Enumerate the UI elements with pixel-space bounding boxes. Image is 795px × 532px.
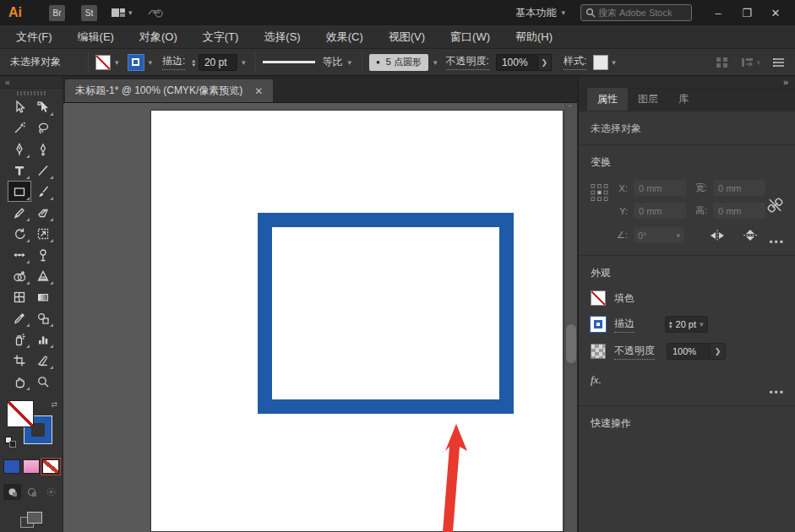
chevron-down-icon[interactable]: ▾: [347, 58, 351, 67]
opacity-more-button[interactable]: ❯: [538, 54, 552, 71]
bridge-icon[interactable]: Br: [49, 5, 65, 21]
shaper-tool[interactable]: [8, 202, 31, 223]
graph-tool[interactable]: [31, 328, 55, 350]
draw-inside-button[interactable]: [42, 484, 60, 500]
type-tool[interactable]: [8, 160, 31, 181]
scale-tool[interactable]: [31, 223, 55, 244]
chevron-down-icon[interactable]: ▾: [242, 58, 246, 67]
menu-item-2[interactable]: 对象(O): [127, 25, 190, 48]
change-screen-mode-button[interactable]: [20, 512, 42, 529]
effects-button[interactable]: fx.: [591, 373, 602, 387]
opacity-value-field[interactable]: 100%: [496, 54, 538, 71]
gpu-performance-icon[interactable]: [146, 6, 163, 19]
none-button[interactable]: [42, 459, 59, 474]
close-tab-icon[interactable]: ✕: [254, 85, 263, 97]
stroke-weight-stepper[interactable]: ▴▾: [669, 320, 672, 328]
stroke-panel-link[interactable]: 描边:: [162, 54, 185, 70]
width-tool[interactable]: [8, 244, 31, 265]
graphic-style-swatch[interactable]: [593, 55, 608, 70]
color-button[interactable]: [3, 459, 20, 474]
flip-vertical-icon[interactable]: [743, 229, 757, 242]
menu-item-6[interactable]: 视图(V): [376, 25, 438, 48]
artboard-tool[interactable]: [8, 350, 31, 371]
stroke-color-swatch[interactable]: [128, 54, 144, 71]
perspective-grid-tool[interactable]: [31, 265, 55, 286]
maximize-button[interactable]: ❐: [732, 3, 761, 23]
eraser-tool[interactable]: [31, 202, 55, 223]
opacity-panel-link[interactable]: 不透明度:: [446, 54, 489, 70]
curvature-tool[interactable]: [31, 138, 55, 160]
appearance-more-options[interactable]: •••: [769, 387, 785, 399]
stroke-swatch[interactable]: [591, 317, 606, 332]
menu-item-0[interactable]: 文件(F): [3, 25, 65, 48]
x-field[interactable]: 0 mm: [634, 180, 686, 196]
gradient-tool[interactable]: [31, 286, 55, 307]
width-field[interactable]: 0 mm: [713, 180, 765, 196]
align-icon[interactable]: [716, 57, 729, 68]
hand-tool[interactable]: [8, 371, 31, 392]
swap-fill-stroke-icon[interactable]: ⇄: [51, 400, 57, 409]
menu-icon[interactable]: [772, 57, 785, 68]
draw-normal-button[interactable]: [3, 484, 21, 500]
selection-tool[interactable]: [8, 96, 31, 117]
rotate-tool[interactable]: [8, 223, 31, 244]
chevron-down-icon[interactable]: ▾: [115, 58, 119, 67]
chevron-down-icon[interactable]: ▾: [612, 58, 616, 67]
scroll-up-icon[interactable]: ⌃: [567, 104, 574, 112]
chevron-down-icon[interactable]: ▾: [700, 320, 704, 328]
collapse-panels-icon[interactable]: »: [783, 77, 788, 87]
y-field[interactable]: 0 mm: [634, 203, 686, 219]
opacity-swatch[interactable]: [591, 344, 606, 359]
gradient-button[interactable]: [23, 459, 40, 474]
blue-rectangle-shape[interactable]: [258, 213, 514, 414]
stroke-weight-value[interactable]: 20 pt: [199, 54, 237, 71]
transform-more-options[interactable]: •••: [769, 236, 785, 248]
slice-tool[interactable]: [31, 350, 55, 371]
style-panel-link[interactable]: 样式:: [564, 54, 586, 70]
puppet-warp-tool[interactable]: [31, 244, 55, 265]
symbol-tool[interactable]: [31, 307, 55, 328]
minimize-button[interactable]: –: [704, 3, 732, 23]
stroke-weight-control[interactable]: ▴▾ 20 pt ▾: [665, 316, 708, 333]
flip-horizontal-icon[interactable]: [710, 230, 725, 242]
menu-item-5[interactable]: 效果(C): [313, 25, 376, 48]
zoom-tool[interactable]: [31, 371, 55, 392]
opacity-value-field[interactable]: 100%: [667, 343, 711, 360]
opacity-more-button[interactable]: ❯: [711, 343, 726, 360]
vertical-scrollbar[interactable]: ⌃: [564, 103, 577, 532]
angle-dropdown[interactable]: 0° ▾: [634, 227, 684, 243]
document-tab[interactable]: 未标题-1* @ 100% (CMYK/像素预览) ✕: [65, 79, 273, 102]
tab-图层[interactable]: 图层: [628, 88, 668, 111]
direct-selection-tool[interactable]: [31, 96, 55, 117]
menu-item-4[interactable]: 选择(S): [251, 25, 313, 48]
menu-item-7[interactable]: 窗口(W): [438, 25, 503, 48]
panel-grip[interactable]: [17, 91, 46, 95]
stroke-weight-stepper[interactable]: ▴▾: [192, 58, 195, 67]
height-field[interactable]: 0 mm: [713, 203, 765, 219]
collapse-panel-icon[interactable]: «: [5, 78, 10, 87]
rectangle-tool[interactable]: [8, 181, 31, 202]
canvas[interactable]: ⌃: [63, 103, 577, 532]
close-button[interactable]: ✕: [761, 3, 790, 23]
default-fill-stroke-icon[interactable]: [5, 437, 16, 448]
fill-color-swatch[interactable]: [95, 55, 111, 70]
symbol-sprayer-tool[interactable]: [8, 328, 31, 350]
constrain-proportions-icon[interactable]: [767, 197, 783, 214]
pen-tool[interactable]: [8, 138, 31, 160]
eyedropper-tool[interactable]: [8, 307, 31, 328]
reference-point-locator[interactable]: [591, 183, 608, 202]
fill-swatch[interactable]: [591, 290, 606, 306]
menu-item-3[interactable]: 文字(T): [190, 25, 252, 48]
paintbrush-tool[interactable]: [31, 181, 55, 202]
menu-item-8[interactable]: 帮助(H): [503, 25, 565, 48]
line-segment-tool[interactable]: [31, 160, 55, 181]
arrange-documents-button[interactable]: ▾: [111, 7, 133, 19]
chevron-down-icon[interactable]: ▾: [433, 58, 438, 67]
mesh-tool[interactable]: [8, 286, 31, 307]
shape-builder-tool[interactable]: [8, 265, 31, 286]
search-input[interactable]: 搜索 Adobe Stock: [580, 4, 692, 21]
tab-属性[interactable]: 属性: [587, 88, 628, 111]
opacity-label[interactable]: 不透明度: [614, 344, 655, 360]
stroke-label[interactable]: 描边: [614, 317, 634, 333]
tab-库[interactable]: 库: [668, 88, 699, 111]
